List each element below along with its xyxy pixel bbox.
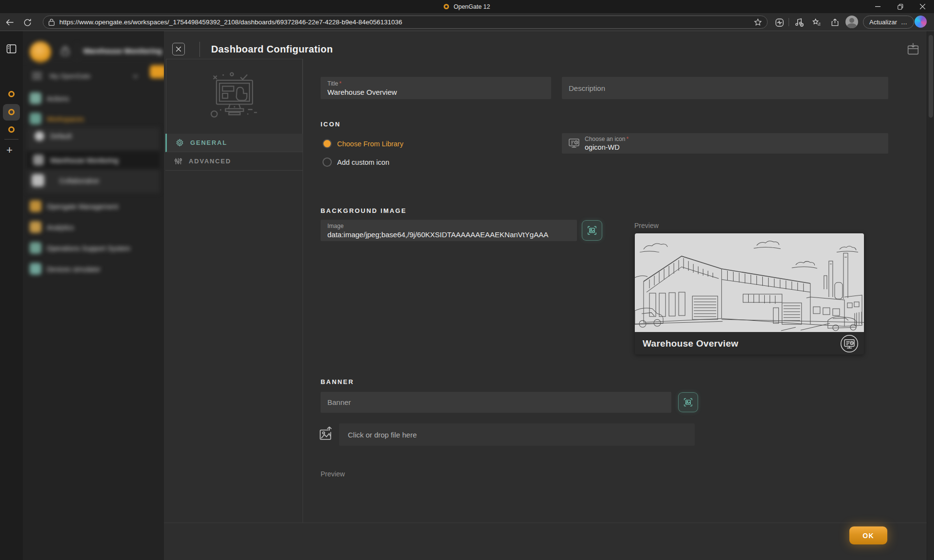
- save-dashboard-button[interactable]: [906, 42, 920, 56]
- close-icon: [176, 47, 181, 52]
- choose-icon-field[interactable]: Choose an icon* ogicon-WD: [562, 133, 888, 154]
- sidebar-item-collaborative[interactable]: Collaborative: [59, 177, 99, 185]
- sidebar-item-actions[interactable]: Actions: [47, 95, 69, 103]
- opengate-favicon-icon: [444, 4, 449, 9]
- gear-icon: [176, 139, 184, 147]
- page-scrollbar[interactable]: [927, 31, 934, 560]
- description-input[interactable]: [562, 77, 888, 99]
- vertical-tabs-icon: [6, 44, 17, 53]
- title-field[interactable]: Title* Warehouse Overview: [321, 77, 551, 99]
- update-button[interactable]: Actualizar …: [863, 16, 914, 29]
- dialog-close-button[interactable]: [172, 43, 185, 55]
- menu-icon[interactable]: [32, 72, 42, 80]
- actions-icon: [30, 92, 41, 104]
- description-field[interactable]: [562, 77, 888, 99]
- sidebar-item-devices-simulator[interactable]: Devices simulator: [47, 265, 100, 273]
- column-divider: [303, 59, 303, 523]
- browser-tab-favicon-active[interactable]: [8, 109, 15, 115]
- tab-general[interactable]: GENERAL: [165, 134, 303, 152]
- lock-icon: [48, 18, 55, 26]
- ok-button[interactable]: OK: [849, 526, 887, 544]
- media-note-icon: [794, 18, 804, 27]
- sidebar-item-opengate-management[interactable]: Opengate Management: [47, 203, 118, 210]
- radio-custom-label[interactable]: Add custom icon: [337, 158, 389, 166]
- collections-star-icon: [812, 18, 822, 27]
- preview-caption-bar: Warehouse Overview: [635, 332, 864, 355]
- sidebar-item-default[interactable]: Default: [50, 132, 72, 140]
- required-asterisk: *: [339, 80, 341, 87]
- banner-input[interactable]: [321, 392, 671, 413]
- back-arrow-icon: [5, 18, 15, 27]
- share-button[interactable]: [829, 17, 841, 28]
- tab-panel-button[interactable]: [5, 43, 17, 54]
- image-field[interactable]: Image data:image/jpeg;base64,/9j/60KXSID…: [321, 220, 577, 241]
- sidebar-divider: [23, 61, 164, 61]
- copilot-icon[interactable]: [915, 16, 927, 28]
- pick-image-button[interactable]: [582, 220, 602, 241]
- favorite-star-icon[interactable]: [754, 18, 762, 27]
- sidebar-item-operations-support[interactable]: Operations Support System: [47, 245, 130, 252]
- dashboard-configuration-dialog: Dashboard Configuration: [164, 31, 927, 560]
- dialog-title: Dashboard Configuration: [211, 44, 333, 55]
- collaborative-icon: [32, 174, 44, 187]
- media-controls-button[interactable]: [793, 17, 805, 28]
- tab-advanced-label: ADVANCED: [189, 158, 231, 165]
- browser-tab-favicon[interactable]: [8, 126, 15, 133]
- close-window-button[interactable]: [912, 0, 934, 13]
- sidebar-blurred-content: Warehouse Monitoring My OpenGate Actions…: [23, 31, 164, 560]
- vertical-tab-rail: +: [0, 31, 23, 560]
- background-preview-card: Warehouse Overview: [634, 233, 864, 355]
- notification-badge: [150, 65, 164, 78]
- back-button[interactable]: [4, 17, 16, 28]
- address-bar[interactable]: https://www.opengate.es/workspaces/_1754…: [43, 16, 768, 29]
- banner-section-heading: BANNER: [321, 378, 354, 385]
- chevron-down-icon[interactable]: [133, 74, 138, 78]
- default-workspace-icon: [35, 131, 44, 141]
- refresh-button[interactable]: [21, 17, 33, 28]
- org-selector[interactable]: My OpenGate: [50, 72, 90, 80]
- tab-title: OpenGate 12: [453, 3, 490, 10]
- more-options-icon[interactable]: …: [901, 18, 908, 26]
- background-preview-label: Preview: [634, 222, 659, 229]
- radio-choose-from-library[interactable]: [323, 139, 332, 148]
- minimize-button[interactable]: [867, 0, 889, 13]
- radio-add-custom-icon[interactable]: [323, 158, 332, 167]
- app-sidebar: Warehouse Monitoring My OpenGate Actions…: [23, 31, 164, 560]
- tab-advanced[interactable]: ADVANCED: [165, 152, 303, 171]
- banner-field[interactable]: [321, 392, 671, 413]
- browser-essentials-button[interactable]: [773, 17, 785, 28]
- opengate-management-icon: [30, 200, 41, 212]
- sidebar-item-warehouse-monitoring[interactable]: Warehouse Monitoring: [50, 157, 118, 164]
- sidebar-item-analytics[interactable]: Analytics: [47, 224, 74, 231]
- browser-essentials-icon: [775, 18, 784, 27]
- pick-banner-button[interactable]: [678, 392, 698, 412]
- browser-titlebar: OpenGate 12: [0, 0, 934, 13]
- collections-button[interactable]: [811, 17, 823, 28]
- dashboard-monitor-icon: [568, 138, 580, 149]
- tab-general-label: GENERAL: [190, 139, 227, 146]
- browser-tab-favicon[interactable]: [8, 91, 15, 97]
- radio-library-label[interactable]: Choose From Library: [337, 140, 403, 148]
- devices-simulator-icon: [30, 263, 41, 275]
- header-divider: [199, 42, 200, 57]
- restore-button[interactable]: [889, 0, 911, 13]
- warehouse-line-art: [635, 233, 864, 332]
- scrollbar-thumb[interactable]: [929, 35, 933, 118]
- title-field-label: Title*: [327, 80, 341, 87]
- background-section-heading: BACKGROUND IMAGE: [321, 207, 407, 214]
- choose-icon-value: ogicon-WD: [585, 143, 620, 151]
- dashboard-illustration-icon: [208, 67, 261, 126]
- save-import-icon: [906, 42, 920, 56]
- warehouse-monitoring-icon: [33, 155, 44, 165]
- share-icon: [830, 18, 840, 27]
- sidebar-header-divider: [77, 43, 77, 59]
- title-field-value: Warehouse Overview: [327, 88, 397, 96]
- dashboard-illustration-box: [166, 59, 303, 134]
- profile-avatar[interactable]: [845, 16, 858, 28]
- sidebar-item-workspaces[interactable]: Workspaces: [47, 115, 84, 123]
- image-field-value: data:image/jpeg;base64,/9j/60KXSIDTAAAAA…: [327, 230, 548, 239]
- file-dropzone[interactable]: Click or drop file here: [339, 423, 695, 446]
- browser-tab[interactable]: OpenGate 12: [0, 0, 934, 13]
- new-tab-button[interactable]: +: [6, 144, 13, 157]
- browser-toolbar: https://www.opengate.es/workspaces/_1754…: [0, 13, 934, 31]
